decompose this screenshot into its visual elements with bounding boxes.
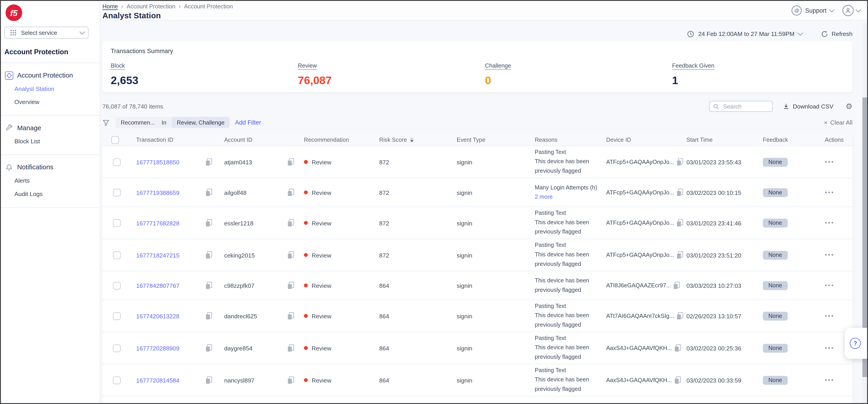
copy-icon[interactable] (206, 282, 212, 289)
copy-icon[interactable] (288, 376, 294, 384)
copy-icon[interactable] (677, 158, 683, 165)
sidebar-item-audit-logs[interactable]: Audit Logs (0, 187, 100, 200)
transaction-id-link[interactable]: 1677718247215 (136, 252, 179, 258)
column-header-recommendation[interactable]: Recommendation (304, 137, 379, 143)
sidebar-item-block-list[interactable]: Block List (0, 134, 100, 148)
select-all-checkbox[interactable] (111, 136, 119, 144)
download-csv-button[interactable]: Download CSV (783, 103, 833, 110)
copy-icon[interactable] (677, 312, 683, 319)
reasons-cell: Pasting TextThis device has been previou… (535, 366, 606, 394)
sort-desc-icon[interactable] (410, 137, 414, 142)
add-filter-button[interactable]: Add Filter (235, 119, 261, 126)
help-button[interactable]: ? (845, 328, 868, 359)
breadcrumb-home-link[interactable]: Home (102, 3, 118, 9)
breadcrumb-item[interactable]: Account Protection (127, 3, 176, 9)
device-id: AaxS4J+GAQAAVfQKH... (606, 345, 672, 351)
start-time-value: 03/02/2023 00:33:59 (686, 377, 763, 383)
ellipsis-icon (825, 189, 835, 195)
start-time-value: 03/01/2023 23:41:46 (686, 219, 763, 226)
search-input[interactable] (722, 102, 769, 110)
transaction-id-link[interactable]: 1677720288909 (136, 345, 179, 351)
transaction-id-link[interactable]: 1677420613228 (136, 312, 179, 319)
refresh-button[interactable]: Refresh (821, 30, 852, 37)
top-header: Home › Account Protection › Account Prot… (100, 0, 868, 21)
copy-icon[interactable] (288, 158, 294, 165)
copy-icon[interactable] (675, 344, 681, 351)
sidebar-item-manage[interactable]: Manage (0, 121, 100, 134)
copy-icon[interactable] (677, 189, 683, 196)
transaction-id-link[interactable]: 1677720814584 (136, 377, 179, 383)
row-actions-button[interactable] (825, 377, 852, 383)
search-box[interactable] (709, 101, 773, 112)
transaction-id-link[interactable]: 1677717682828 (136, 219, 179, 226)
copy-icon[interactable] (206, 376, 212, 384)
transaction-id-link[interactable]: 1677842807767 (136, 282, 179, 289)
row-checkbox[interactable] (113, 219, 121, 227)
copy-icon[interactable] (206, 158, 212, 165)
column-header-actions[interactable]: Actions (825, 137, 852, 143)
select-service-dropdown[interactable]: Select service (4, 27, 89, 39)
copy-icon[interactable] (677, 219, 683, 226)
copy-icon[interactable] (206, 189, 212, 196)
copy-icon[interactable] (206, 312, 212, 319)
row-checkbox[interactable] (113, 189, 121, 196)
stat-label[interactable]: Block (111, 62, 125, 68)
sidebar-item-analyst-station[interactable]: Analyst Station (0, 82, 100, 95)
row-actions-button[interactable] (825, 159, 852, 165)
breadcrumb-item[interactable]: Account Protection (184, 3, 233, 9)
row-checkbox[interactable] (113, 281, 121, 289)
copy-icon[interactable] (288, 312, 294, 319)
column-header-device-id[interactable]: Device ID (606, 137, 686, 143)
gear-icon[interactable]: ⚙ (846, 102, 852, 110)
row-checkbox[interactable] (113, 344, 121, 352)
stat-label[interactable]: Review (298, 62, 317, 68)
filter-chip[interactable]: Recommen... In Review, Challenge (115, 117, 229, 128)
copy-icon[interactable] (288, 219, 294, 226)
clear-all-button[interactable]: × Clear All (824, 119, 852, 126)
stat-label[interactable]: Challenge (485, 62, 511, 68)
recommendation-value: Review (312, 159, 331, 165)
row-checkbox[interactable] (113, 251, 121, 259)
copy-icon[interactable] (288, 344, 294, 351)
row-actions-button[interactable] (825, 252, 852, 258)
column-header-risk-score[interactable]: Risk Score (379, 137, 457, 143)
column-header-transaction-id[interactable]: Transaction ID (136, 137, 224, 143)
copy-icon[interactable] (288, 189, 294, 196)
row-checkbox[interactable] (113, 312, 121, 320)
user-menu[interactable] (842, 5, 860, 16)
support-menu[interactable]: @ Support (792, 5, 834, 15)
column-header-reasons[interactable]: Reasons (535, 137, 606, 143)
copy-icon[interactable] (206, 219, 212, 226)
row-actions-button[interactable] (825, 313, 852, 319)
row-actions-button[interactable] (825, 189, 852, 195)
feedback-badge: None (763, 344, 788, 352)
copy-icon[interactable] (675, 376, 681, 384)
row-checkbox[interactable] (113, 158, 121, 166)
row-actions-button[interactable] (825, 220, 852, 226)
copy-icon[interactable] (206, 251, 212, 259)
sidebar-item-account-protection[interactable]: Account Protection (0, 69, 100, 82)
stat-value: 76,087 (298, 74, 485, 87)
row-checkbox[interactable] (113, 376, 121, 384)
risk-score-value: 864 (379, 345, 457, 351)
copy-icon[interactable] (288, 251, 294, 259)
column-header-start-time[interactable]: Start Time (686, 137, 763, 143)
column-header-feedback[interactable]: Feedback (763, 137, 825, 143)
stat-label[interactable]: Feedback Given (672, 62, 714, 68)
sidebar-item-notifications[interactable]: Notifications (0, 160, 100, 174)
ellipsis-icon (825, 313, 835, 319)
more-reasons-link[interactable]: 2 more (535, 192, 553, 201)
date-range-picker[interactable]: 24 Feb 12:00AM to 27 Mar 11:59PM (687, 30, 802, 37)
sidebar-item-overview[interactable]: Overview (0, 95, 100, 108)
copy-icon[interactable] (206, 344, 212, 351)
column-header-account-id[interactable]: Account ID (224, 137, 304, 143)
copy-icon[interactable] (674, 282, 680, 289)
copy-icon[interactable] (288, 282, 294, 289)
column-header-event-type[interactable]: Event Type (457, 137, 535, 143)
transaction-id-link[interactable]: 1677719388659 (136, 189, 179, 195)
copy-icon[interactable] (677, 251, 683, 259)
sidebar-item-alerts[interactable]: Alerts (0, 174, 100, 187)
row-actions-button[interactable] (825, 282, 852, 288)
reasons-cell: This device has been previously flagged (535, 276, 606, 295)
transaction-id-link[interactable]: 1677718518850 (136, 159, 179, 165)
